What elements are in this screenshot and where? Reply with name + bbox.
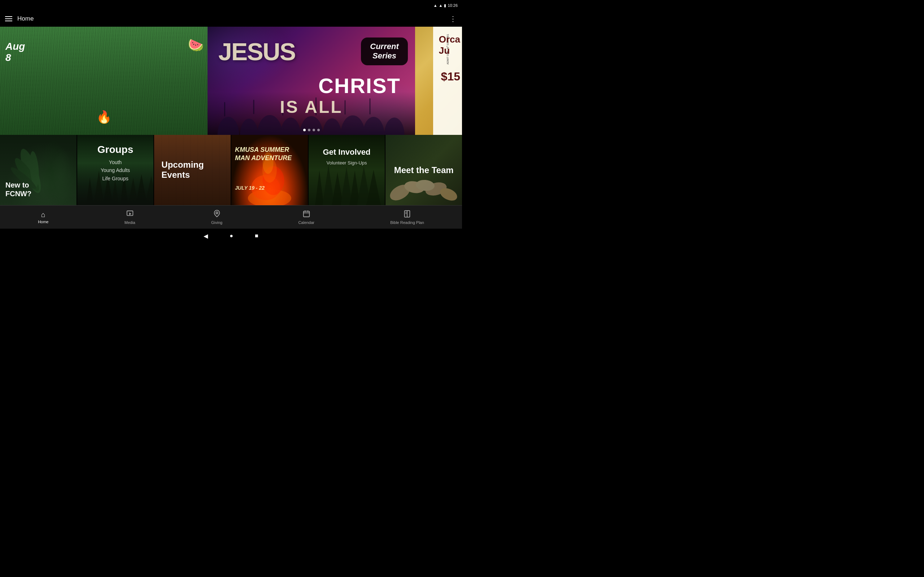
battery-icon: ▮	[444, 3, 446, 8]
current-series-badge[interactable]: Current Series	[361, 37, 408, 65]
card-new-fcnw[interactable]: New toFCNW?	[0, 135, 76, 205]
svg-rect-10	[254, 100, 254, 114]
groups-title: Groups	[97, 144, 134, 155]
upcoming-events-text: UpcomingEvents	[162, 160, 204, 181]
orca-text: OrcaJu	[439, 34, 460, 56]
camp-date-text: Aug 8	[5, 41, 25, 63]
kmusa-title: KMUSA SUMMER MAN ADVENTURE	[235, 146, 304, 163]
kmusa-date: JULY 19 - 22	[235, 185, 265, 191]
svg-point-0	[218, 117, 239, 135]
dot-3[interactable]	[313, 129, 315, 131]
carousel-track: Aug 8 🍉 🔥	[0, 27, 462, 135]
svg-marker-45	[129, 213, 131, 215]
carousel-left-card[interactable]: Aug 8 🍉 🔥	[0, 27, 208, 135]
groups-life-groups: Life Groups	[77, 174, 154, 182]
svg-rect-47	[303, 211, 309, 217]
carousel-center-card[interactable]: JESUS CHRIST IS ALL Current Series	[208, 27, 415, 135]
calendar-icon	[302, 210, 310, 220]
status-icons: ▲ ▲ ▮ 10:26	[433, 3, 458, 8]
meet-team-text: Meet the Team	[394, 165, 454, 175]
nav-giving-label: Giving	[211, 220, 222, 225]
signal-icon: ▲	[439, 3, 443, 8]
svg-point-6	[341, 115, 365, 135]
wifi-icon: ▲	[433, 3, 438, 8]
carousel[interactable]: Aug 8 🍉 🔥	[0, 27, 462, 135]
svg-point-7	[363, 117, 384, 135]
card-kmusa[interactable]: KMUSA SUMMER MAN ADVENTURE JULY 19 - 22	[231, 135, 308, 205]
dot-4[interactable]	[317, 129, 320, 131]
bottom-nav: ⌂ Home Media Giving Ca	[0, 205, 462, 229]
back-button[interactable]: ◀	[204, 233, 208, 239]
get-involved-subtitle: Volunteer Sign-Ups	[327, 160, 367, 166]
nav-bible-label: Bible Reading Plan	[390, 220, 424, 225]
jesus-text: JESUS	[218, 37, 295, 66]
svg-rect-13	[345, 100, 346, 115]
nav-bible-reading[interactable]: Bible Reading Plan	[385, 208, 430, 226]
nav-media[interactable]: Media	[119, 208, 141, 226]
card-get-involved[interactable]: Get Involved Volunteer Sign-Ups	[309, 135, 385, 205]
dot-1[interactable]	[303, 129, 306, 131]
campfire-icon: 🔥	[96, 110, 111, 124]
system-nav-bar: ◀ ● ■	[0, 229, 462, 243]
christ-text: CHRIST	[318, 74, 401, 98]
groups-subtitles: Youth Young Adults Life Groups	[77, 158, 154, 182]
watermelon-icon: 🍉	[188, 37, 204, 53]
app-bar: Home ⋮	[0, 11, 462, 27]
home-button[interactable]: ●	[229, 233, 233, 239]
status-bar: ▲ ▲ ▮ 10:26	[0, 0, 462, 11]
svg-point-2	[257, 115, 283, 135]
grid-section: New toFCNW? Groups Youth Young Adults Li…	[0, 135, 462, 205]
current-series-label: Current Series	[368, 42, 401, 61]
svg-marker-32	[314, 171, 325, 205]
bible-icon	[403, 210, 411, 220]
groups-youth: Youth	[77, 158, 154, 166]
card-upcoming-events[interactable]: UpcomingEvents	[154, 135, 231, 205]
svg-rect-14	[370, 98, 371, 115]
is-all-text: IS ALL	[280, 97, 342, 117]
media-icon	[126, 210, 134, 220]
nav-giving[interactable]: Giving	[206, 208, 228, 226]
nav-home-label: Home	[38, 220, 48, 224]
card-groups[interactable]: Groups Youth Young Adults Life Groups	[77, 135, 154, 205]
giving-icon	[213, 210, 221, 220]
svg-point-1	[240, 119, 258, 135]
carousel-right-card[interactable]: Nº 0364281 ADMIT ONE OrcaJu $15	[415, 27, 462, 135]
app-title: Home	[17, 15, 34, 23]
time-display: 10:26	[447, 3, 458, 8]
groups-young-adults: Young Adults	[77, 166, 154, 174]
svg-rect-9	[224, 102, 225, 116]
svg-point-8	[384, 118, 405, 135]
dot-2[interactable]	[308, 129, 310, 131]
nav-media-label: Media	[124, 220, 135, 225]
carousel-dots	[303, 129, 320, 131]
nav-calendar-label: Calendar	[298, 220, 314, 225]
svg-point-3	[281, 118, 300, 135]
app-bar-left: Home	[5, 15, 34, 23]
recents-button[interactable]: ■	[255, 233, 258, 239]
more-options-button[interactable]: ⋮	[449, 15, 457, 23]
hamburger-menu-button[interactable]	[5, 16, 12, 21]
svg-point-46	[216, 212, 218, 214]
new-fcnw-text: New toFCNW?	[5, 181, 31, 198]
card-meet-team[interactable]: Meet the Team	[386, 135, 462, 205]
nav-home[interactable]: ⌂ Home	[32, 209, 54, 226]
svg-point-5	[323, 118, 341, 135]
home-icon: ⌂	[41, 211, 45, 219]
price-text: $15	[441, 70, 460, 83]
get-involved-title: Get Involved	[323, 148, 370, 157]
nav-calendar[interactable]: Calendar	[293, 208, 320, 226]
svg-point-4	[300, 116, 323, 135]
